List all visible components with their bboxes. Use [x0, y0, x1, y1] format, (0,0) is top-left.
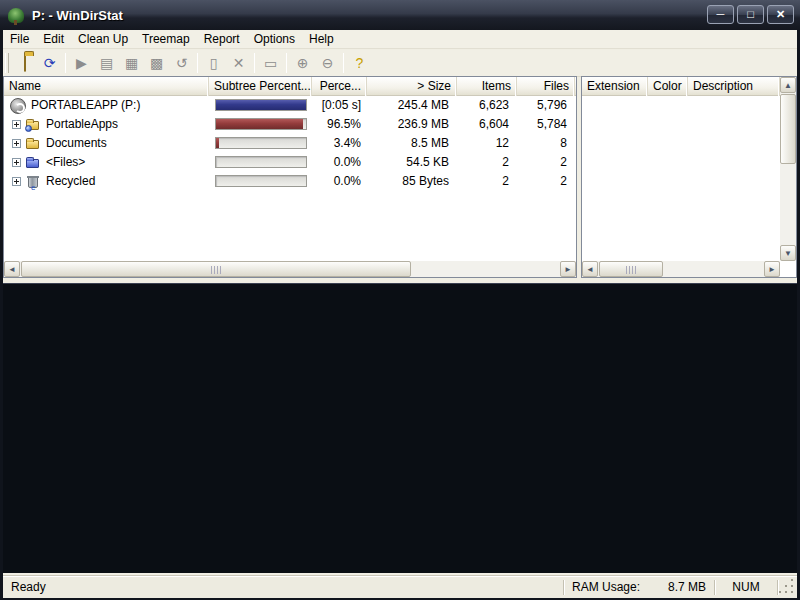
- size-cell: 85 Bytes: [367, 172, 457, 191]
- percentage-cell: 0.0%: [312, 172, 367, 191]
- column-header--size[interactable]: > Size: [367, 77, 457, 96]
- tree-rows: PORTABLEAPP (P:)[0:05 s]245.4 MB6,6235,7…: [4, 96, 576, 261]
- size-cell: 236.9 MB: [367, 115, 457, 134]
- tree-row[interactable]: Recycled0.0%85 Bytes22: [4, 172, 576, 191]
- tree-item-label: PortableApps: [46, 115, 118, 134]
- subtree-percentage-cell: [209, 115, 312, 134]
- ram-usage-pane: RAM Usage: 8.7 MB: [564, 579, 714, 596]
- expand-toggle[interactable]: [12, 158, 21, 167]
- status-text: Ready: [3, 579, 563, 596]
- resize-grip[interactable]: [778, 578, 796, 596]
- column-header-items[interactable]: Items: [457, 77, 517, 96]
- help-button[interactable]: ?: [348, 52, 371, 74]
- files-cell: 2: [517, 172, 575, 191]
- subtree-percentage-cell: [209, 172, 312, 191]
- scroll-thumb[interactable]: [599, 261, 663, 277]
- ram-usage-label: RAM Usage:: [572, 579, 640, 596]
- scroll-left-button[interactable]: ◄: [4, 261, 20, 277]
- percentage-bar: [215, 156, 307, 168]
- scroll-right-button[interactable]: ►: [560, 261, 576, 277]
- open-userdefined-button[interactable]: ▭: [259, 52, 282, 74]
- copy-path-button[interactable]: ▤: [95, 52, 118, 74]
- client-area: FileEditClean UpTreemapReportOptionsHelp…: [3, 30, 797, 598]
- column-header-perce-[interactable]: Perce...: [312, 77, 367, 96]
- explorer-here-button[interactable]: ▦: [120, 52, 143, 74]
- scroll-right-button[interactable]: ►: [764, 261, 780, 277]
- extension-list-panel: ExtensionColorDescription ▲ ▼ ◄ ►: [581, 76, 797, 278]
- toolbar-separator: [197, 53, 198, 73]
- toolbar: ⟳▶▤▦▩↺▯✕▭⊕⊖?: [3, 50, 797, 77]
- column-header-subtree-percent-[interactable]: Subtree Percent...: [209, 77, 312, 96]
- zoom-out-button[interactable]: ⊖: [316, 52, 339, 74]
- menu-item-report[interactable]: Report: [197, 30, 247, 49]
- percentage-bar: [215, 118, 307, 130]
- items-cell: 2: [457, 172, 517, 191]
- tree-row[interactable]: Documents3.4%8.5 MB128: [4, 134, 576, 153]
- recycle-bin-icon: [28, 177, 38, 188]
- extension-horizontal-scrollbar: ◄ ►: [582, 261, 780, 277]
- scroll-up-button[interactable]: ▲: [780, 77, 796, 93]
- delete-to-recycle-bin-button[interactable]: ▯: [202, 52, 225, 74]
- open-button[interactable]: [13, 52, 36, 74]
- column-header-description[interactable]: Description: [688, 77, 780, 96]
- column-header-color[interactable]: Color: [648, 77, 688, 96]
- items-cell: 12: [457, 134, 517, 153]
- refresh-selected-button[interactable]: ↺: [170, 52, 193, 74]
- scroll-left-button[interactable]: ◄: [582, 261, 598, 277]
- extension-cell: [582, 96, 648, 115]
- expand-toggle[interactable]: [12, 177, 21, 186]
- open-folder-icon: [24, 54, 26, 72]
- tree-name-cell: PortableApps: [4, 115, 209, 134]
- app-icon: [8, 8, 24, 23]
- maximize-button[interactable]: □: [737, 5, 764, 24]
- menu-item-options[interactable]: Options: [247, 30, 302, 49]
- minimize-button[interactable]: ─: [707, 5, 734, 24]
- tree-row[interactable]: <Files>0.0%54.5 KB22: [4, 153, 576, 172]
- menu-item-help[interactable]: Help: [302, 30, 341, 49]
- refresh-all-button[interactable]: ⟳: [38, 52, 61, 74]
- title-bar[interactable]: P: - WinDirStat ─ □ ✕: [0, 0, 800, 30]
- tree-row[interactable]: PORTABLEAPP (P:)[0:05 s]245.4 MB6,6235,7…: [4, 96, 576, 115]
- subtree-percentage-cell: [209, 153, 312, 172]
- menu-item-edit[interactable]: Edit: [36, 30, 71, 49]
- percentage-bar: [215, 99, 307, 111]
- menu-item-file[interactable]: File: [3, 30, 36, 49]
- size-cell: 8.5 MB: [367, 134, 457, 153]
- percentage-cell: [0:05 s]: [312, 96, 367, 115]
- scroll-thumb[interactable]: [780, 94, 796, 164]
- column-header-extension[interactable]: Extension: [582, 77, 648, 96]
- treemap-view[interactable]: [3, 283, 797, 573]
- tree-item-label: PORTABLEAPP (P:): [31, 96, 140, 115]
- delete-button[interactable]: ✕: [227, 52, 250, 74]
- close-button[interactable]: ✕: [767, 5, 794, 24]
- scroll-thumb[interactable]: [21, 261, 411, 277]
- files-cell: 2: [517, 153, 575, 172]
- tree-name-cell: Documents: [4, 134, 209, 153]
- open-selected-button[interactable]: ▶: [70, 52, 93, 74]
- tree-name-cell: <Files>: [4, 153, 209, 172]
- tree-row[interactable]: PortableApps96.5%236.9 MB6,6045,784: [4, 115, 576, 134]
- expand-toggle[interactable]: [12, 120, 21, 129]
- menu-item-clean-up[interactable]: Clean Up: [71, 30, 135, 49]
- column-header-name[interactable]: Name: [4, 77, 209, 96]
- directory-tree-panel: NameSubtree Percent...Perce...> SizeItem…: [3, 76, 577, 278]
- zoom-in-button[interactable]: ⊕: [291, 52, 314, 74]
- app-window: P: - WinDirStat ─ □ ✕ FileEditClean UpTr…: [0, 0, 800, 600]
- scroll-down-button[interactable]: ▼: [780, 245, 796, 261]
- extension-row[interactable]: [582, 96, 780, 115]
- toolbar-grip[interactable]: [5, 53, 9, 73]
- menu-bar: FileEditClean UpTreemapReportOptionsHelp: [3, 30, 797, 49]
- tree-column-header: NameSubtree Percent...Perce...> SizeItem…: [4, 77, 576, 96]
- command-prompt-button[interactable]: ▩: [145, 52, 168, 74]
- expand-toggle[interactable]: [12, 139, 21, 148]
- menu-item-treemap[interactable]: Treemap: [135, 30, 197, 49]
- subtree-percentage-cell: [209, 96, 312, 115]
- drive-icon: [10, 98, 26, 114]
- percentage-cell: 0.0%: [312, 153, 367, 172]
- toolbar-separator: [254, 53, 255, 73]
- column-header-files[interactable]: Files: [517, 77, 575, 96]
- window-title: P: - WinDirStat: [32, 8, 123, 23]
- files-cell: 8: [517, 134, 575, 153]
- num-lock-indicator: NUM: [715, 579, 777, 596]
- files-cell: 5,784: [517, 115, 575, 134]
